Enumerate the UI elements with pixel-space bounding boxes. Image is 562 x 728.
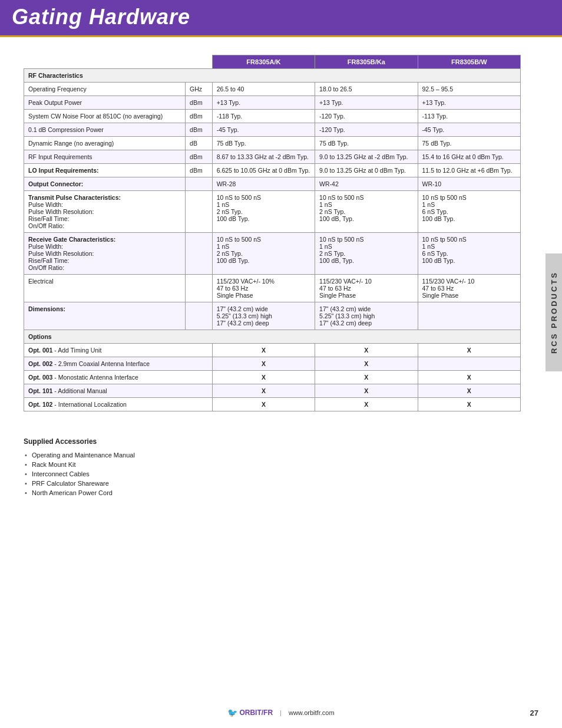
row-v3: -113 Typ. [418,110,520,123]
row-v2: 9.0 to 13.25 GHz at 0 dBm Typ. [315,164,418,177]
row-v1: 17" (43.2 cm) wide5.25" (13.3 cm) high17… [212,302,315,330]
accessories-list: Operating and Maintenance ManualRack Mou… [24,450,538,498]
row-v3: 10 nS tp 500 nS1 nS6 nS Typ.100 dB Typ. [418,191,520,233]
row-label: Dynamic Range (no averaging) [24,137,186,150]
option-v3: X [418,344,520,357]
option-label: Opt. 003 - Monostatic Antenna Interface [24,371,213,384]
row-v1: -118 Typ. [212,110,315,123]
option-v2: X [315,398,418,411]
row-unit: dBm [186,123,213,137]
row-unit [186,177,213,191]
option-v1: X [212,398,315,411]
row-v1: 10 nS to 500 nS1 nS2 nS Typ.100 dB Typ. [212,191,315,233]
row-v1: 8.67 to 13.33 GHz at -2 dBm Typ. [212,150,315,164]
option-v1: X [212,384,315,398]
option-label: Opt. 001 - Add Timing Unit [24,344,213,357]
list-item: PRF Calculator Shareware [24,479,538,488]
option-v2: X [315,357,418,371]
row-unit: GHz [186,83,213,96]
col-header-fr8305bka: FR8305B/Ka [315,55,418,69]
row-v1: 115/230 VAC+/- 10%47 to 63 HzSingle Phas… [212,275,315,302]
row-v3 [418,302,520,330]
row-v3: +13 Typ. [418,96,520,110]
page-header: Gating Hardware [0,0,562,37]
row-v3: 75 dB Typ. [418,137,520,150]
row-v1: +13 Typ. [212,96,315,110]
row-v3: 11.5 to 12.0 GHz at +6 dBm Typ. [418,164,520,177]
row-v2: 9.0 to 13.25 GHz at -2 dBm Typ. [315,150,418,164]
side-tab-label: RCS PRODUCTS [550,271,558,354]
row-v2: -120 Typ. [315,110,418,123]
row-unit: dB [186,137,213,150]
row-label: Output Connector: [24,177,186,191]
row-v2: 18.0 to 26.5 [315,83,418,96]
col-empty-1 [24,55,186,69]
row-v2: 10 nS tp 500 nS1 nS2 nS Typ.100 dB, Typ. [315,233,418,275]
option-v1: X [212,344,315,357]
logo-bird-icon: 🐦 [227,708,237,717]
row-v3: WR-10 [418,177,520,191]
page-title: Gating Hardware [12,5,550,29]
row-label: LO Input Requirements: [24,164,186,177]
row-label: 0.1 dB Compression Power [24,123,186,137]
option-v1: X [212,357,315,371]
row-v2: -120 Typ. [315,123,418,137]
options-header: Options [24,330,521,344]
row-v1: 75 dB Typ. [212,137,315,150]
row-v1: WR-28 [212,177,315,191]
footer-divider: | [280,709,282,716]
side-tab: RCS PRODUCTS [546,253,562,371]
row-label: Peak Output Power [24,96,186,110]
row-v3: 15.4 to 16 GHz at 0 dBm Typ. [418,150,520,164]
row-label: Transmit Pulse Characteristics:Pulse Wid… [24,191,186,233]
list-item: Operating and Maintenance Manual [24,450,538,460]
row-v3: -45 Typ. [418,123,520,137]
row-v1: 10 nS to 500 nS1 nS2 nS Typ.100 dB Typ. [212,233,315,275]
page-number: 27 [530,709,538,717]
row-unit [186,191,213,233]
option-label: Opt. 102 - International Localization [24,398,213,411]
col-header-fr8305ak: FR8305A/K [212,55,315,69]
option-label: Opt. 002 - 2.9mm Coaxial Antenna Interfa… [24,357,213,371]
row-unit: dBm [186,96,213,110]
option-v3 [418,357,520,371]
row-label: RF Input Requirements [24,150,186,164]
row-unit [186,233,213,275]
list-item: North American Power Cord [24,488,538,498]
col-empty-2 [186,55,213,69]
row-v2: +13 Typ. [315,96,418,110]
row-v1: 6.625 to 10.05 GHz at 0 dBm Typ. [212,164,315,177]
row-v2: 17" (43.2 cm) wide5.25" (13.3 cm) high17… [315,302,418,330]
page-footer: 🐦 ORBIT/FR | www.orbitfr.com [0,708,562,717]
accessories-title: Supplied Accessories [24,437,538,446]
option-v1: X [212,371,315,384]
option-v3: X [418,398,520,411]
option-v2: X [315,384,418,398]
row-v1: 26.5 to 40 [212,83,315,96]
row-v3: 115/230 VAC+/- 1047 to 63 HzSingle Phase [418,275,520,302]
main-content: FR8305A/K FR8305B/Ka FR8305B/W RF Charac… [0,37,544,437]
row-unit [186,302,213,330]
row-label: System CW Noise Floor at 8510C (no avera… [24,110,186,123]
list-item: Interconnect Cables [24,469,538,479]
option-v2: X [315,371,418,384]
row-unit: dBm [186,110,213,123]
row-label: Operating Frequency [24,83,186,96]
row-label: Dimensions: [24,302,186,330]
row-unit: dBm [186,164,213,177]
row-v2: WR-42 [315,177,418,191]
row-label: Electrical [24,275,186,302]
row-v2: 75 dB Typ. [315,137,418,150]
option-v2: X [315,344,418,357]
row-v2: 10 nS to 500 nS1 nS2 nS Typ.100 dB, Typ. [315,191,418,233]
footer-logo: 🐦 ORBIT/FR [227,708,273,717]
col-header-fr8305bw: FR8305B/W [418,55,520,69]
section-header: RF Characteristics [24,69,521,83]
option-label: Opt. 101 - Additional Manual [24,384,213,398]
row-v3: 10 nS tp 500 nS1 nS6 nS Typ.100 dB Typ. [418,233,520,275]
list-item: Rack Mount Kit [24,460,538,469]
row-unit [186,275,213,302]
option-v3: X [418,371,520,384]
accessories-section: Supplied Accessories Operating and Maint… [0,437,562,509]
row-label: Receive Gate Characteristics:Pulse Width… [24,233,186,275]
